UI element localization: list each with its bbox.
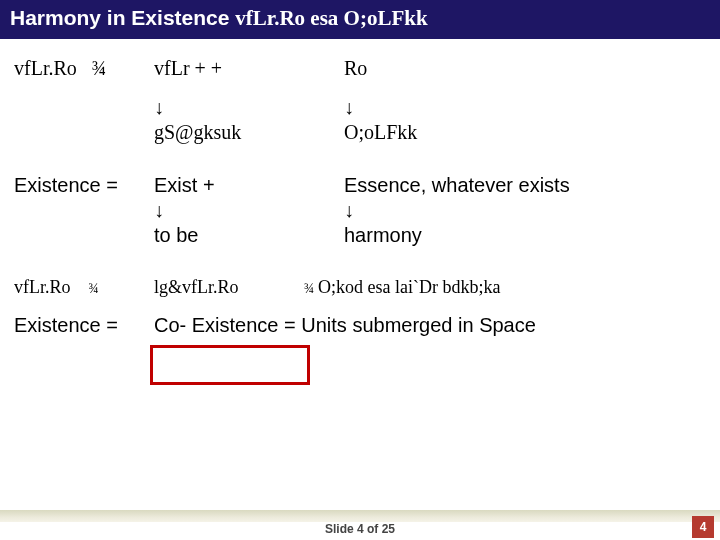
r8rest: Co- Existence = Units submerged in Space bbox=[154, 314, 536, 337]
row-5: ↓ ↓ bbox=[14, 199, 706, 222]
r7c1: vfLr.Ro ¾ bbox=[14, 277, 154, 298]
r1c1b: ¾ bbox=[92, 57, 107, 79]
r1c2: vfLr + + bbox=[154, 57, 344, 80]
slide: Harmony in Existence vfLr.Ro esa O;oLFkk… bbox=[0, 0, 720, 540]
row-1: vfLr.Ro ¾ vfLr + + Ro bbox=[14, 57, 706, 80]
row-4: Existence = Exist + Essence, whatever ex… bbox=[14, 174, 706, 197]
title-part1: Harmony in Existence bbox=[10, 6, 235, 29]
content: vfLr.Ro ¾ vfLr + + Ro ↓ ↓ gS@gksuk O;oLF… bbox=[0, 39, 720, 540]
r4c1: Existence = bbox=[14, 174, 154, 197]
row-2: ↓ ↓ bbox=[14, 96, 706, 119]
r6c2: to be bbox=[154, 224, 344, 247]
r4c3: Essence, whatever exists bbox=[344, 174, 706, 197]
r2c2: ↓ bbox=[154, 96, 344, 119]
r5c3: ↓ bbox=[344, 199, 706, 222]
title-part2: vfLr.Ro esa O;oLFkk bbox=[235, 6, 427, 30]
r4c2: Exist + bbox=[154, 174, 344, 197]
r5c2: ↓ bbox=[154, 199, 344, 222]
r7c2: lg&vfLr.Ro bbox=[154, 277, 304, 298]
r6c3: harmony bbox=[344, 224, 706, 247]
r2c3: ↓ bbox=[344, 96, 706, 119]
r1c1a: vfLr.Ro bbox=[14, 57, 77, 79]
r7c3a: ¾ bbox=[304, 281, 318, 296]
r7c3: ¾ O;kod esa lai`Dr bdkb;ka bbox=[304, 277, 706, 298]
row-8: Existence = Co- Existence = Units submer… bbox=[14, 314, 706, 337]
row-3: gS@gksuk O;oLFkk bbox=[14, 121, 706, 144]
r3c3: O;oLFkk bbox=[344, 121, 706, 144]
r1c3: Ro bbox=[344, 57, 706, 80]
row-6: to be harmony bbox=[14, 224, 706, 247]
footer-band bbox=[0, 510, 720, 522]
r1c1: vfLr.Ro ¾ bbox=[14, 57, 154, 80]
r7c3b: O;kod esa lai`Dr bdkb;ka bbox=[318, 277, 500, 297]
title-bar: Harmony in Existence vfLr.Ro esa O;oLFkk bbox=[0, 0, 720, 39]
page-number: 4 bbox=[692, 516, 714, 538]
row-7: vfLr.Ro ¾ lg&vfLr.Ro ¾ O;kod esa lai`Dr … bbox=[14, 277, 706, 298]
footer: Slide 4 of 25 4 bbox=[0, 502, 720, 540]
footer-text: Slide 4 of 25 bbox=[0, 522, 720, 536]
r7c1b: ¾ bbox=[89, 281, 100, 296]
r7c1a: vfLr.Ro bbox=[14, 277, 71, 297]
r8c1: Existence = bbox=[14, 314, 154, 337]
r3c2: gS@gksuk bbox=[154, 121, 344, 144]
